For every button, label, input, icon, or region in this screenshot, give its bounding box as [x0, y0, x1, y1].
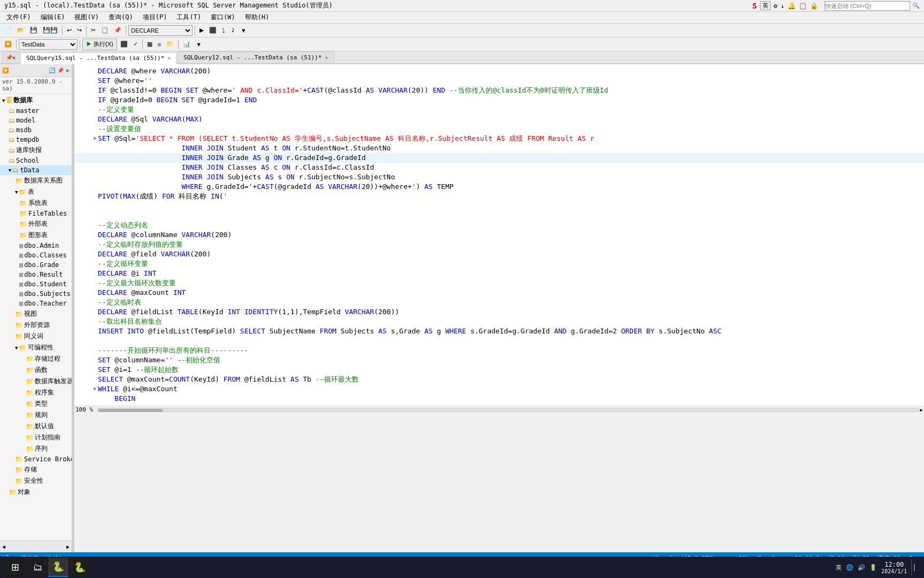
tree-objects[interactable]: 📁 对象 [0, 486, 72, 498]
folder-prog-icon: 📁 [19, 344, 27, 352]
tree-exttables[interactable]: 📁 外部表 [0, 218, 72, 230]
cut-btn[interactable]: ✂ [89, 25, 98, 36]
tree-storedprocs[interactable]: 📁 存储过程 [0, 353, 72, 364]
menu-edit[interactable]: 编辑(E) [36, 12, 70, 23]
tree-systables[interactable]: 📁 系统表 [0, 197, 72, 209]
undo-btn[interactable]: ↩ [65, 25, 74, 36]
tree-rules[interactable]: 📁 规则 [0, 409, 72, 421]
left-panel-arrow-right[interactable]: ▶ [66, 544, 70, 550]
results-text-btn[interactable]: ≡ [156, 39, 163, 50]
toolbar2-more[interactable]: ▼ [194, 39, 204, 50]
tree-filetables[interactable]: 📁 FileTables [0, 209, 72, 218]
tree-extresources[interactable]: 📁 外部资源 [0, 320, 72, 331]
tree-databases[interactable]: ▼ 🗄 数据库 [0, 95, 72, 106]
tree-tempdb[interactable]: 🗂 tempdb [0, 135, 72, 144]
menu-window[interactable]: 窗口(W) [206, 12, 240, 23]
new-query-btn[interactable]: 📄 [2, 25, 14, 36]
filter-btn[interactable]: 🔽 [2, 39, 14, 50]
start-debug-btn[interactable]: ▶ [197, 25, 206, 36]
tree-views[interactable]: 📁 视图 [0, 308, 72, 320]
tab-query15[interactable]: SQLQuery15.sql - ...TestData (sa (55))* … [20, 52, 176, 64]
step-into-btn[interactable]: ⤵ [220, 25, 227, 36]
parse-btn[interactable]: ✓ [131, 39, 140, 50]
start-button[interactable]: ⊞ [2, 558, 28, 577]
step-over-btn[interactable]: ⤸ [228, 25, 237, 36]
menu-help[interactable]: 帮助(H) [241, 12, 274, 23]
fold-btn-8[interactable]: ▼ [91, 134, 98, 143]
tree-synonyms[interactable]: 📁 同义词 [0, 331, 72, 342]
open-btn[interactable]: 📂 [15, 25, 27, 36]
tab-query12-close[interactable]: ✕ [325, 55, 328, 60]
redo-btn[interactable]: ↪ [75, 25, 84, 36]
paste-btn[interactable]: 📌 [112, 25, 124, 36]
h-scroll-track[interactable] [97, 408, 919, 412]
tree-functions[interactable]: 📁 函数 [0, 364, 72, 376]
tree-dbo-grade-label: dbo.Grade [24, 261, 59, 269]
tree-dbo-grade[interactable]: ▦ dbo.Grade [0, 260, 72, 270]
menu-project[interactable]: 项目(P) [138, 12, 172, 23]
pin-icon[interactable]: 📌 [57, 67, 64, 74]
taskbar-ssms[interactable]: 🐍 [48, 558, 68, 577]
tree-types[interactable]: 📁 类型 [0, 398, 72, 409]
taskbar-python[interactable]: 🐍 [70, 558, 90, 577]
tree-dbo-subjects[interactable]: ▦ dbo.Subjects [0, 289, 72, 299]
declare-dropdown[interactable]: DECLARE [128, 25, 192, 36]
tree-dbtriggers[interactable]: 📁 数据库触发器 [0, 376, 72, 387]
results-grid-btn[interactable]: ▦ [145, 39, 155, 50]
left-panel-arrow-left[interactable]: ◀ [2, 544, 5, 550]
tab-query12[interactable]: SQLQuery12.sql - ...TestData (sa (51))* … [178, 51, 334, 63]
tree-model[interactable]: 🗂 model [0, 116, 72, 125]
toolbar-more[interactable]: ▼ [238, 25, 249, 36]
tree-security[interactable]: 📁 安全性 [0, 475, 72, 486]
tab-left-panel[interactable]: 📌 ✕ [2, 51, 19, 63]
tree-programmability[interactable]: ▼ 📁 可编程性 [0, 342, 72, 353]
menu-tools[interactable]: 工具(T) [172, 12, 205, 23]
copy-btn[interactable]: 📋 [99, 25, 111, 36]
execute-btn[interactable]: ▶ 执行(X) [82, 39, 117, 50]
close-panel-icon[interactable]: ✕ [65, 67, 70, 74]
tree-school[interactable]: 🗂 School [0, 156, 72, 165]
tree-diagrams[interactable]: 📁 数据库关系图 [0, 175, 72, 186]
menu-file[interactable]: 文件(F) [2, 12, 35, 23]
tree-speedlib[interactable]: 🗂 速库快报 [0, 144, 72, 156]
h-scroll-thumb[interactable] [98, 409, 163, 412]
tree-sequences[interactable]: 📁 序列 [0, 443, 72, 454]
tree-master[interactable]: 🗂 master [0, 106, 72, 116]
h-scroll-right[interactable]: ▶ [920, 407, 923, 413]
refresh-icon[interactable]: 🔄 [48, 67, 56, 74]
tree-storage[interactable]: 📁 存储 [0, 464, 72, 475]
tree-dbo-teacher[interactable]: ▦ dbo.Teacher [0, 299, 72, 308]
tree-dbo-student[interactable]: ▦ dbo.Student [0, 279, 72, 289]
folder-diagrams-icon: 📁 [15, 177, 23, 185]
taskbar-file-explorer[interactable]: 🗂 [29, 558, 47, 577]
tree-graphtables[interactable]: 📁 图形表 [0, 230, 72, 241]
results-file-btn[interactable]: 📁 [164, 39, 176, 50]
tree-dbo-classes[interactable]: ▦ dbo.Classes [0, 250, 72, 260]
menu-query[interactable]: 查询(Q) [104, 12, 137, 23]
tree-dbo-result[interactable]: ▦ dbo.Result [0, 270, 72, 279]
tree-planguides[interactable]: 📁 计划指南 [0, 432, 72, 443]
tree-defaults[interactable]: 📁 默认值 [0, 421, 72, 432]
stop-btn[interactable]: ⬛ [118, 39, 130, 50]
tree-msdb[interactable]: 🗂 msdb [0, 125, 72, 135]
tree-servicebroker[interactable]: 📁 Service Broker [0, 454, 72, 464]
db-dropdown[interactable]: TestData [19, 39, 78, 50]
h-scrollbar[interactable]: 100 % ▶ [74, 406, 924, 413]
show-plan-btn[interactable]: 📊 [181, 39, 192, 50]
tree-tdata[interactable]: ▼ 🗂 tData [0, 165, 72, 175]
save-btn[interactable]: 💾 [28, 25, 40, 36]
tab-query15-close[interactable]: ✕ [167, 55, 171, 61]
ime-indicator[interactable]: 英 [760, 1, 771, 10]
fold-btn-while[interactable]: ▼ [91, 384, 98, 394]
stop-debug-btn[interactable]: ⬛ [207, 25, 219, 36]
tree-tables[interactable]: ▼ 📁 表 [0, 186, 72, 197]
code-line-begin: BEGIN [74, 394, 924, 404]
code-editor-wrapper[interactable]: DECLARE @where VARCHAR(200) SET @where='… [74, 64, 924, 552]
db-model-icon: 🗂 [9, 117, 15, 124]
tree-dbo-admin[interactable]: ▦ dbo.Admin [0, 241, 72, 250]
save-all-btn[interactable]: 💾💾 [41, 25, 60, 36]
menu-view[interactable]: 视图(V) [70, 12, 103, 23]
show-desktop-btn[interactable]: ▏ [911, 559, 918, 575]
tree-assemblies[interactable]: 📁 程序集 [0, 387, 72, 398]
quick-launch-input[interactable] [825, 1, 910, 11]
